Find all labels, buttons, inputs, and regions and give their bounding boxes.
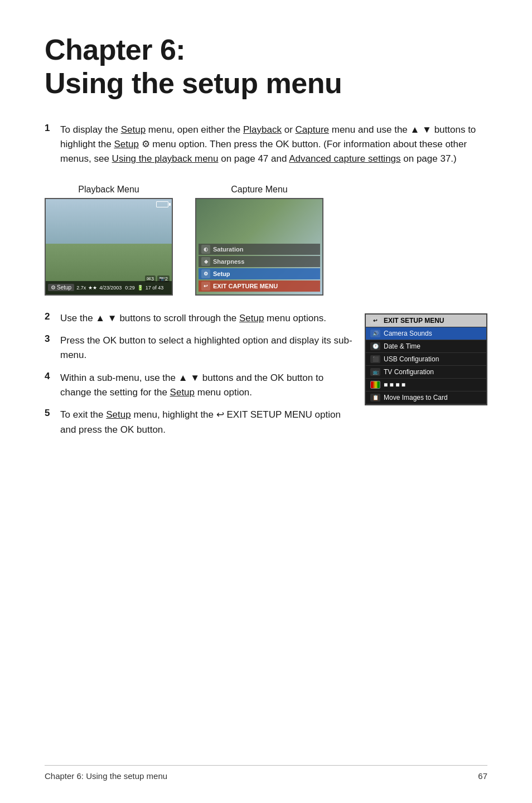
using-playback-link: Using the playback menu xyxy=(112,153,219,164)
setup-menu-label: Setup xyxy=(213,270,230,277)
step-2-row: 2 Use the ▲ ▼ buttons to scroll through … xyxy=(45,311,354,326)
usb-icon: ⬛ xyxy=(370,355,380,363)
tv-icon: 📺 xyxy=(370,368,380,376)
setup-link: Setup xyxy=(121,124,146,135)
time-info: 0:29 xyxy=(125,285,135,291)
setup-icon-inline: ⚙ xyxy=(142,139,150,149)
capture-menu-overlay: ◐ Saturation ◆ Sharpness ⚙ Setup ↩ EXIT … xyxy=(196,199,322,294)
exit-setup-label: EXIT SETUP MENU xyxy=(384,317,444,325)
steps-2-5-section: 2 Use the ▲ ▼ buttons to scroll through … xyxy=(45,311,487,445)
date-info: 4/23/2003 xyxy=(99,285,122,291)
playback-screen: ✉3 📷2 ⚙ Setup 2.7x ★★ 4/23/2003 0:29 🔋 1… xyxy=(45,198,173,296)
setup-menu-tv: 📺 TV Configuration xyxy=(366,366,486,379)
star-info: ★★ xyxy=(88,285,97,291)
battery-icon xyxy=(156,201,168,207)
saturation-label: Saturation xyxy=(213,246,243,253)
setup-button-screen: ⚙ Setup xyxy=(48,284,74,291)
capture-item-exit: ↩ EXIT CAPTURE MENU xyxy=(199,280,320,292)
setup-menu-panel-col: ↩ EXIT SETUP MENU 🔊 Camera Sounds 🕐 Date… xyxy=(365,311,487,405)
exit-row-icon: ↩ xyxy=(370,317,380,325)
camera-sounds-icon: 🔊 xyxy=(370,330,380,337)
capture-item-setup: ⚙ Setup xyxy=(199,268,320,279)
step-1-block: 1 To display the Setup menu, open either… xyxy=(45,123,487,167)
step-2-text: Use the ▲ ▼ buttons to scroll through th… xyxy=(60,311,326,326)
capture-item-saturation: ◐ Saturation xyxy=(199,244,320,255)
saturation-icon: ◐ xyxy=(201,245,210,254)
sky-bg xyxy=(46,199,172,244)
step-5-row: 5 To exit the Setup menu, highlight the … xyxy=(45,408,354,437)
capture-menu-block: Capture Menu ◐ Saturation ◆ Sharpness ⚙ … xyxy=(195,185,323,296)
setup-menu-icon: ⚙ xyxy=(201,269,210,278)
battery-info: 🔋 xyxy=(137,285,143,291)
step-1-row: 1 To display the Setup menu, open either… xyxy=(45,123,487,167)
advanced-capture-link: Advanced capture settings xyxy=(289,153,400,164)
setup-menu-date-time: 🕐 Date & Time xyxy=(366,340,486,353)
date-time-label: Date & Time xyxy=(384,342,420,350)
setup-icon-screen: ⚙ xyxy=(51,284,56,291)
setup-menu-move-images: 📋 Move Images to Card xyxy=(366,391,486,404)
frame-info: 17 of 43 xyxy=(146,285,164,291)
step-5-num: 5 xyxy=(45,408,57,419)
chapter-title: Chapter 6: Using the setup menu xyxy=(45,33,487,100)
step-2-num: 2 xyxy=(45,311,57,322)
move-images-label: Move Images to Card xyxy=(384,394,448,402)
setup-menu-camera-sounds: 🔊 Camera Sounds xyxy=(366,327,486,340)
playback-menu-block: Playback Menu ✉3 📷2 ⚙ Setup 2.7x ★★ 4/23… xyxy=(45,185,173,296)
title-line1: Chapter 6: xyxy=(45,33,185,66)
arrow-buttons-1: ▲ ▼ xyxy=(410,124,432,135)
capture-item-sharpness: ◆ Sharpness xyxy=(199,256,320,267)
date-time-icon: 🕐 xyxy=(370,342,380,350)
tv-label: TV Configuration xyxy=(384,368,434,376)
arrow-buttons-4: ▲ ▼ xyxy=(178,373,200,383)
setup-menu-panel: ↩ EXIT SETUP MENU 🔊 Camera Sounds 🕐 Date… xyxy=(365,313,487,405)
setup-ref-5: Setup xyxy=(106,409,130,420)
setup-label-screen: Setup xyxy=(57,284,71,291)
exit-arrow-5: ↩ xyxy=(216,409,224,420)
step-3-num: 3 xyxy=(45,333,57,345)
setup-menu-color: ■ ■ ■ ■ xyxy=(366,379,486,391)
setup-menu-usb: ⬛ USB Configuration xyxy=(366,353,486,366)
step-5-text: To exit the Setup menu, highlight the ↩ … xyxy=(60,408,354,437)
footer-left: Chapter 6: Using the setup menu xyxy=(45,771,167,781)
sharpness-label: Sharpness xyxy=(213,258,244,265)
footer-page-number: 67 xyxy=(478,771,487,781)
capture-screen: ◐ Saturation ◆ Sharpness ⚙ Setup ↩ EXIT … xyxy=(195,198,323,296)
step-1-num: 1 xyxy=(45,123,57,134)
usb-label: USB Configuration xyxy=(384,355,439,363)
exit-capture-label: EXIT CAPTURE MENU xyxy=(213,283,278,289)
playback-menu-label: Playback Menu xyxy=(78,185,139,195)
step-3-row: 3 Press the OK button to select a highli… xyxy=(45,333,354,363)
page-footer: Chapter 6: Using the setup menu 67 xyxy=(45,765,487,781)
capture-link: Capture xyxy=(296,124,329,135)
sharpness-icon: ◆ xyxy=(201,257,210,266)
setup-ref-4: Setup xyxy=(170,387,195,398)
capture-menu-label: Capture Menu xyxy=(231,185,287,195)
exit-capture-icon: ↩ xyxy=(201,282,210,291)
title-line2: Using the setup menu xyxy=(45,67,342,99)
color-swatch-icon xyxy=(370,381,380,389)
steps-col: 2 Use the ▲ ▼ buttons to scroll through … xyxy=(45,311,354,445)
playback-link: Playback xyxy=(243,124,282,135)
bottom-bar: ⚙ Setup 2.7x ★★ 4/23/2003 0:29 🔋 17 of 4… xyxy=(46,281,172,294)
images-row: Playback Menu ✉3 📷2 ⚙ Setup 2.7x ★★ 4/23… xyxy=(45,185,487,296)
setup-menu-exit: ↩ EXIT SETUP MENU xyxy=(366,315,486,327)
setup-ref-2: Setup xyxy=(239,313,264,323)
color-label: ■ ■ ■ ■ xyxy=(384,381,405,389)
zoom-info: 2.7x xyxy=(76,285,86,291)
arrow-buttons-2: ▲ ▼ xyxy=(95,313,117,323)
camera-sounds-label: Camera Sounds xyxy=(384,330,432,337)
setup-link-2: Setup xyxy=(114,139,138,149)
step-1-text: To display the Setup menu, open either t… xyxy=(60,123,487,167)
step-4-row: 4 Within a sub-menu, use the ▲ ▼ buttons… xyxy=(45,371,354,400)
move-images-icon: 📋 xyxy=(370,394,380,402)
step-3-text: Press the OK button to select a highligh… xyxy=(60,333,354,363)
step-4-num: 4 xyxy=(45,371,57,382)
step-4-text: Within a sub-menu, use the ▲ ▼ buttons a… xyxy=(60,371,354,400)
